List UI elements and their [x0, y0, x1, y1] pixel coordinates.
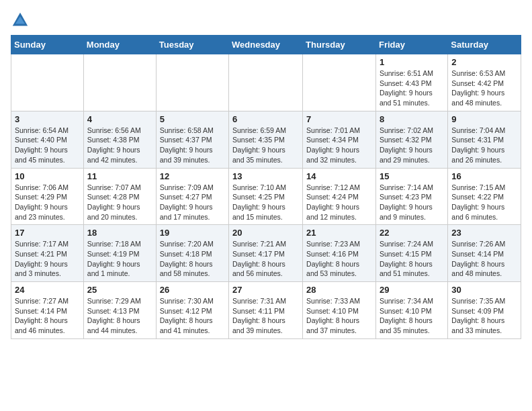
calendar-header-saturday: Saturday	[448, 36, 521, 54]
day-info: Sunrise: 7:26 AM Sunset: 4:14 PM Dayligh…	[451, 239, 517, 279]
day-info: Sunrise: 7:27 AM Sunset: 4:14 PM Dayligh…	[15, 296, 80, 336]
calendar-week-row-1: 3Sunrise: 6:54 AM Sunset: 4:40 PM Daylig…	[11, 111, 521, 168]
day-number: 10	[15, 171, 80, 181]
calendar-cell: 1Sunrise: 6:51 AM Sunset: 4:43 PM Daylig…	[375, 54, 447, 111]
day-number: 2	[451, 57, 517, 67]
calendar-cell	[83, 54, 156, 111]
day-info: Sunrise: 7:31 AM Sunset: 4:11 PM Dayligh…	[232, 296, 299, 336]
calendar-table: SundayMondayTuesdayWednesdayThursdayFrid…	[11, 35, 521, 339]
calendar-cell	[229, 54, 303, 111]
calendar-cell: 7Sunrise: 7:01 AM Sunset: 4:34 PM Daylig…	[303, 111, 376, 168]
day-info: Sunrise: 6:56 AM Sunset: 4:38 PM Dayligh…	[87, 126, 152, 165]
day-info: Sunrise: 7:30 AM Sunset: 4:12 PM Dayligh…	[160, 296, 225, 336]
calendar-week-row-2: 10Sunrise: 7:06 AM Sunset: 4:29 PM Dayli…	[11, 168, 521, 225]
calendar-cell: 5Sunrise: 6:58 AM Sunset: 4:37 PM Daylig…	[156, 111, 228, 168]
day-info: Sunrise: 7:14 AM Sunset: 4:23 PM Dayligh…	[380, 183, 444, 222]
calendar-cell: 23Sunrise: 7:26 AM Sunset: 4:14 PM Dayli…	[448, 225, 521, 282]
day-number: 23	[451, 228, 517, 238]
calendar-header-tuesday: Tuesday	[156, 36, 228, 54]
day-info: Sunrise: 7:23 AM Sunset: 4:16 PM Dayligh…	[306, 239, 372, 279]
day-info: Sunrise: 7:34 AM Sunset: 4:10 PM Dayligh…	[380, 296, 444, 336]
day-info: Sunrise: 6:51 AM Sunset: 4:43 PM Dayligh…	[380, 68, 444, 108]
day-number: 8	[380, 114, 444, 124]
calendar-cell: 14Sunrise: 7:12 AM Sunset: 4:24 PM Dayli…	[303, 168, 376, 225]
calendar-header-monday: Monday	[83, 36, 156, 54]
day-info: Sunrise: 7:02 AM Sunset: 4:32 PM Dayligh…	[380, 126, 444, 165]
day-number: 18	[87, 228, 152, 238]
logo	[11, 11, 32, 30]
calendar-cell: 4Sunrise: 6:56 AM Sunset: 4:38 PM Daylig…	[83, 111, 156, 168]
calendar-cell: 30Sunrise: 7:35 AM Sunset: 4:09 PM Dayli…	[448, 282, 521, 339]
calendar-cell: 27Sunrise: 7:31 AM Sunset: 4:11 PM Dayli…	[229, 282, 303, 339]
day-info: Sunrise: 7:29 AM Sunset: 4:13 PM Dayligh…	[87, 296, 152, 336]
calendar-cell	[303, 54, 376, 111]
logo-icon	[11, 11, 30, 30]
day-number: 24	[15, 285, 80, 295]
calendar-cell: 11Sunrise: 7:07 AM Sunset: 4:28 PM Dayli…	[83, 168, 156, 225]
day-number: 16	[451, 171, 517, 181]
day-number: 26	[160, 285, 225, 295]
calendar-cell: 8Sunrise: 7:02 AM Sunset: 4:32 PM Daylig…	[375, 111, 447, 168]
day-info: Sunrise: 7:15 AM Sunset: 4:22 PM Dayligh…	[451, 183, 517, 222]
day-info: Sunrise: 6:59 AM Sunset: 4:35 PM Dayligh…	[232, 126, 299, 165]
day-number: 15	[380, 171, 444, 181]
calendar-cell	[156, 54, 228, 111]
calendar-cell: 18Sunrise: 7:18 AM Sunset: 4:19 PM Dayli…	[83, 225, 156, 282]
day-number: 14	[306, 171, 372, 181]
calendar-cell: 10Sunrise: 7:06 AM Sunset: 4:29 PM Dayli…	[11, 168, 84, 225]
header	[11, 11, 521, 30]
day-info: Sunrise: 6:54 AM Sunset: 4:40 PM Dayligh…	[15, 126, 80, 165]
day-info: Sunrise: 7:06 AM Sunset: 4:29 PM Dayligh…	[15, 183, 80, 222]
day-number: 27	[232, 285, 299, 295]
calendar-header-row: SundayMondayTuesdayWednesdayThursdayFrid…	[11, 36, 521, 54]
day-info: Sunrise: 7:20 AM Sunset: 4:18 PM Dayligh…	[160, 239, 225, 279]
day-number: 29	[380, 285, 444, 295]
day-number: 20	[232, 228, 299, 238]
calendar-week-row-4: 24Sunrise: 7:27 AM Sunset: 4:14 PM Dayli…	[11, 282, 521, 339]
day-number: 19	[160, 228, 225, 238]
day-info: Sunrise: 7:01 AM Sunset: 4:34 PM Dayligh…	[306, 126, 372, 165]
day-number: 7	[306, 114, 372, 124]
calendar-cell: 3Sunrise: 6:54 AM Sunset: 4:40 PM Daylig…	[11, 111, 84, 168]
calendar-cell: 21Sunrise: 7:23 AM Sunset: 4:16 PM Dayli…	[303, 225, 376, 282]
calendar-week-row-0: 1Sunrise: 6:51 AM Sunset: 4:43 PM Daylig…	[11, 54, 521, 111]
calendar-cell: 13Sunrise: 7:10 AM Sunset: 4:25 PM Dayli…	[229, 168, 303, 225]
day-number: 3	[15, 114, 80, 124]
calendar-cell: 9Sunrise: 7:04 AM Sunset: 4:31 PM Daylig…	[448, 111, 521, 168]
calendar-cell: 22Sunrise: 7:24 AM Sunset: 4:15 PM Dayli…	[375, 225, 447, 282]
day-number: 17	[15, 228, 80, 238]
day-number: 13	[232, 171, 299, 181]
calendar-cell: 17Sunrise: 7:17 AM Sunset: 4:21 PM Dayli…	[11, 225, 84, 282]
calendar-cell: 26Sunrise: 7:30 AM Sunset: 4:12 PM Dayli…	[156, 282, 228, 339]
day-number: 25	[87, 285, 152, 295]
day-info: Sunrise: 7:10 AM Sunset: 4:25 PM Dayligh…	[232, 183, 299, 222]
calendar-cell: 24Sunrise: 7:27 AM Sunset: 4:14 PM Dayli…	[11, 282, 84, 339]
day-info: Sunrise: 7:04 AM Sunset: 4:31 PM Dayligh…	[451, 126, 517, 165]
day-number: 21	[306, 228, 372, 238]
day-info: Sunrise: 6:53 AM Sunset: 4:42 PM Dayligh…	[451, 68, 517, 108]
calendar-cell: 25Sunrise: 7:29 AM Sunset: 4:13 PM Dayli…	[83, 282, 156, 339]
day-info: Sunrise: 7:07 AM Sunset: 4:28 PM Dayligh…	[87, 183, 152, 222]
day-number: 5	[160, 114, 225, 124]
day-number: 4	[87, 114, 152, 124]
day-info: Sunrise: 7:24 AM Sunset: 4:15 PM Dayligh…	[380, 239, 444, 279]
calendar-cell: 28Sunrise: 7:33 AM Sunset: 4:10 PM Dayli…	[303, 282, 376, 339]
calendar-header-wednesday: Wednesday	[229, 36, 303, 54]
calendar-cell: 12Sunrise: 7:09 AM Sunset: 4:27 PM Dayli…	[156, 168, 228, 225]
day-info: Sunrise: 7:09 AM Sunset: 4:27 PM Dayligh…	[160, 183, 225, 222]
day-info: Sunrise: 7:18 AM Sunset: 4:19 PM Dayligh…	[87, 239, 152, 279]
day-info: Sunrise: 7:12 AM Sunset: 4:24 PM Dayligh…	[306, 183, 372, 222]
calendar-cell: 6Sunrise: 6:59 AM Sunset: 4:35 PM Daylig…	[229, 111, 303, 168]
day-info: Sunrise: 7:35 AM Sunset: 4:09 PM Dayligh…	[451, 296, 517, 336]
calendar-header-friday: Friday	[375, 36, 447, 54]
day-info: Sunrise: 7:33 AM Sunset: 4:10 PM Dayligh…	[306, 296, 372, 336]
calendar-cell: 16Sunrise: 7:15 AM Sunset: 4:22 PM Dayli…	[448, 168, 521, 225]
calendar-cell	[11, 54, 84, 111]
day-info: Sunrise: 7:21 AM Sunset: 4:17 PM Dayligh…	[232, 239, 299, 279]
calendar-week-row-3: 17Sunrise: 7:17 AM Sunset: 4:21 PM Dayli…	[11, 225, 521, 282]
day-number: 1	[380, 57, 444, 67]
calendar-cell: 20Sunrise: 7:21 AM Sunset: 4:17 PM Dayli…	[229, 225, 303, 282]
day-number: 11	[87, 171, 152, 181]
day-info: Sunrise: 7:17 AM Sunset: 4:21 PM Dayligh…	[15, 239, 80, 279]
calendar-cell: 15Sunrise: 7:14 AM Sunset: 4:23 PM Dayli…	[375, 168, 447, 225]
